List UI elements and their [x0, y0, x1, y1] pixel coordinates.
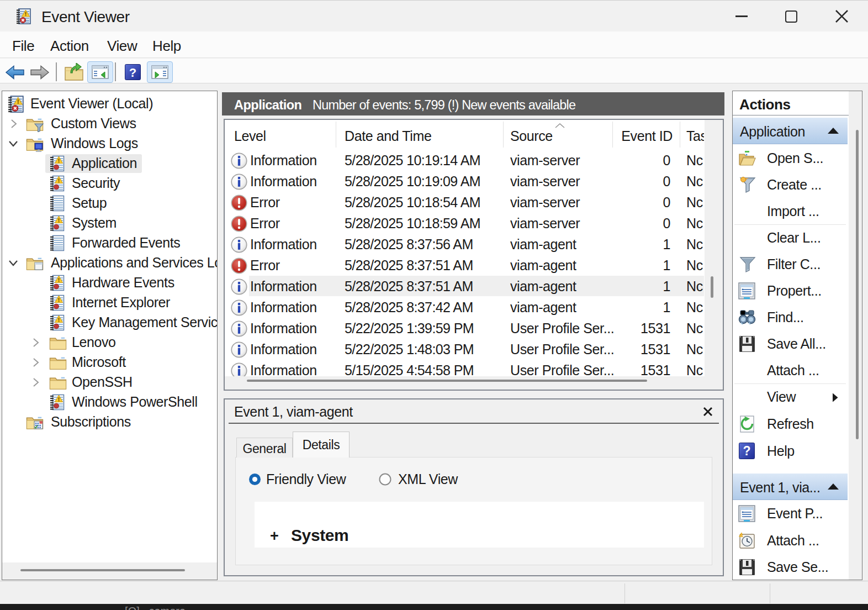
svg-text:?: ? [129, 66, 136, 80]
svg-text:?: ? [743, 444, 750, 458]
